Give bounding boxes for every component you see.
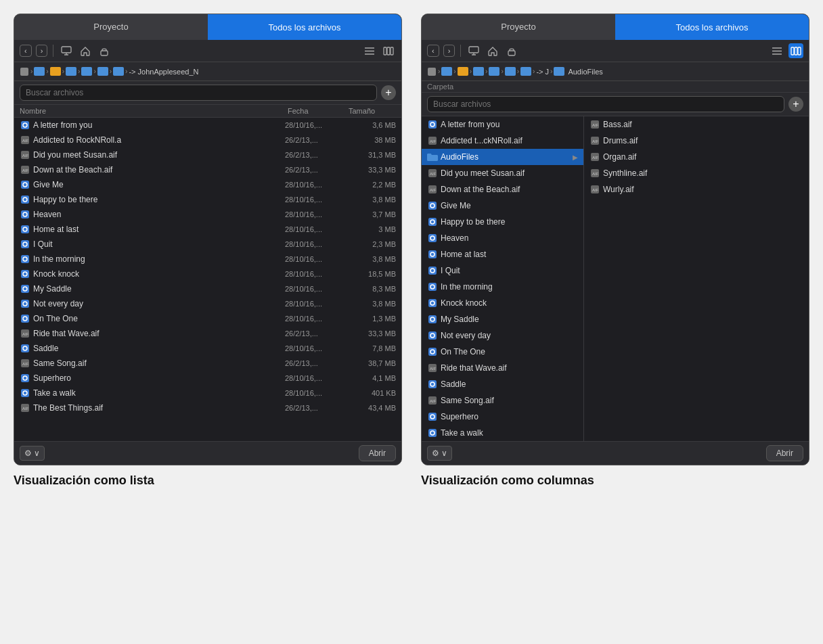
right-open-button[interactable]: Abrir <box>766 445 803 461</box>
right-list-view-icon[interactable] <box>770 43 784 58</box>
right-tab-proyecto[interactable]: Proyecto <box>422 14 615 40</box>
list-item[interactable]: Happy to be there28/10/16,...3,8 MB <box>14 192 401 207</box>
list-item[interactable]: Superhero28/10/16,...4,1 MB <box>14 371 401 386</box>
list-item[interactable]: In the morning <box>422 279 583 295</box>
list-item[interactable]: Knock knock28/10/16,...18,5 MB <box>14 267 401 281</box>
list-view-icon[interactable] <box>362 43 377 58</box>
list-item[interactable]: AIF Same Song.aif <box>422 392 583 409</box>
list-item[interactable]: AIF Ride that Wave.aif <box>422 360 583 376</box>
list-item[interactable]: AIF Bass.aif <box>584 116 809 133</box>
list-item[interactable]: On The One28/10/16,...1,3 MB <box>14 311 401 326</box>
list-item[interactable]: Heaven28/10/16,...3,7 MB <box>14 207 401 222</box>
left-add-button[interactable]: + <box>381 85 396 100</box>
svg-rect-58 <box>791 47 794 55</box>
list-item[interactable]: In the morning28/10/16,...3,8 MB <box>14 252 401 267</box>
right-search-bar: + <box>422 93 809 116</box>
list-item[interactable]: I Quit <box>422 262 583 279</box>
list-item[interactable]: I Quit28/10/16,...2,3 MB <box>14 237 401 252</box>
list-item[interactable]: AIF Same Song.aif26/2/13,...38,7 MB <box>14 356 401 371</box>
right-breadcrumb: › › › › › › › -> J › AudioFiles <box>422 62 809 81</box>
list-item[interactable]: AIF Ride that Wave.aif26/2/13,...33,3 MB <box>14 326 401 341</box>
left-search-bar: + <box>14 81 401 105</box>
list-item[interactable]: AudioFiles▶ <box>422 149 583 165</box>
right-breadcrumb-folder-1 <box>441 67 452 76</box>
column-view-icon[interactable] <box>381 43 396 58</box>
svg-rect-7 <box>384 47 386 55</box>
chevron-right-icon: ▶ <box>573 154 578 161</box>
list-item[interactable]: AIF Drums.aif <box>584 133 809 149</box>
list-item[interactable]: AIF Down at the Beach.aif26/2/13,...33,3… <box>14 162 401 177</box>
svg-rect-29 <box>21 255 29 263</box>
right-gear-button[interactable]: ⚙ ∨ <box>427 446 452 461</box>
list-item[interactable]: Home at last <box>422 246 583 262</box>
left-gear-button[interactable]: ⚙ ∨ <box>20 446 45 461</box>
breadcrumb-folder-3 <box>81 67 92 76</box>
list-item[interactable]: My Saddle28/10/16,...8,3 MB <box>14 281 401 296</box>
list-item[interactable]: AIF Organ.aif <box>584 149 809 165</box>
right-tab-todos[interactable]: Todos los archivos <box>615 14 809 40</box>
left-search-input[interactable] <box>20 85 377 101</box>
list-item[interactable]: AIF The Best Things.aif26/2/13,...43,4 M… <box>14 400 401 415</box>
svg-rect-21 <box>21 196 29 204</box>
list-item[interactable]: AIF Addicted to RockNRoll.a26/2/13,...38… <box>14 133 401 147</box>
list-item[interactable]: Not every day28/10/16,...3,8 MB <box>14 296 401 311</box>
list-item[interactable]: Give Me <box>422 198 583 214</box>
right-monitor-icon[interactable] <box>466 43 481 58</box>
list-item[interactable]: AIF Did you meet Susan.aif <box>422 165 583 181</box>
list-item[interactable]: Knock knock <box>422 295 583 311</box>
right-column-view-icon[interactable] <box>788 43 803 58</box>
home-icon[interactable] <box>78 43 93 58</box>
list-item[interactable]: On The One <box>422 344 583 360</box>
left-open-button[interactable]: Abrir <box>359 445 396 461</box>
svg-rect-19 <box>21 181 29 189</box>
monitor-icon[interactable] <box>59 43 74 58</box>
svg-rect-54 <box>508 51 515 55</box>
col-header-size: Tamaño <box>349 107 396 115</box>
list-item[interactable]: Not every day <box>422 327 583 344</box>
svg-rect-37 <box>21 315 29 323</box>
list-item[interactable]: Take a walk28/10/16,...401 KB <box>14 386 401 400</box>
list-item[interactable]: Saddle <box>422 376 583 392</box>
left-tab-proyecto[interactable]: Proyecto <box>14 14 208 40</box>
right-search-input[interactable] <box>427 96 784 112</box>
svg-rect-35 <box>21 300 29 308</box>
forward-button[interactable]: › <box>36 45 48 57</box>
right-forward-button[interactable]: › <box>443 45 455 57</box>
list-item[interactable]: AIF Did you meet Susan.aif26/2/13,...31,… <box>14 147 401 162</box>
list-item[interactable]: My Saddle <box>422 311 583 327</box>
right-add-button[interactable]: + <box>788 97 803 112</box>
list-item[interactable]: Happy to be there <box>422 214 583 230</box>
list-item[interactable]: AIF Wurly.aif <box>584 181 809 198</box>
right-lock-icon[interactable] <box>504 43 519 58</box>
back-button[interactable]: ‹ <box>20 45 32 57</box>
list-item[interactable]: A letter from you <box>422 116 583 133</box>
svg-rect-74 <box>428 234 437 242</box>
svg-rect-70 <box>428 202 437 210</box>
right-back-button[interactable]: ‹ <box>427 45 439 57</box>
list-item[interactable]: Saddle28/10/16,...7,8 MB <box>14 341 401 356</box>
svg-rect-25 <box>21 225 29 233</box>
list-item[interactable]: Superhero <box>422 409 583 425</box>
lock-icon[interactable] <box>97 43 112 58</box>
svg-text:AIF: AIF <box>22 407 29 411</box>
right-breadcrumb-folder-5 <box>520 67 531 76</box>
breadcrumb-file-icon <box>20 67 29 76</box>
list-item[interactable]: Home at last28/10/16,...3 MB <box>14 222 401 237</box>
list-item[interactable]: AIF Down at the Beach.aif <box>422 181 583 198</box>
list-item[interactable]: A letter from you28/10/16,...3,6 MB <box>14 118 401 133</box>
left-tab-todos[interactable]: Todos los archivos <box>208 14 401 40</box>
svg-rect-88 <box>428 348 437 356</box>
list-item[interactable]: AIF Synthline.aif <box>584 165 809 181</box>
left-file-list: A letter from you28/10/16,...3,6 MB AIF … <box>14 118 401 441</box>
svg-rect-78 <box>428 267 437 275</box>
svg-text:AIF: AIF <box>592 156 599 160</box>
list-item[interactable]: Heaven <box>422 230 583 246</box>
left-tab-bar: Proyecto Todos los archivos <box>14 14 401 40</box>
list-item[interactable]: Take a walk <box>422 425 583 441</box>
svg-text:AIF: AIF <box>430 139 437 143</box>
right-breadcrumb-path: -> J <box>536 68 549 76</box>
list-item[interactable]: Give Me28/10/16,...2,2 MB <box>14 177 401 192</box>
right-home-icon[interactable] <box>485 43 500 58</box>
list-item[interactable]: AIF Addicted t...ckNRoll.aif <box>422 133 583 149</box>
svg-rect-27 <box>21 240 29 248</box>
